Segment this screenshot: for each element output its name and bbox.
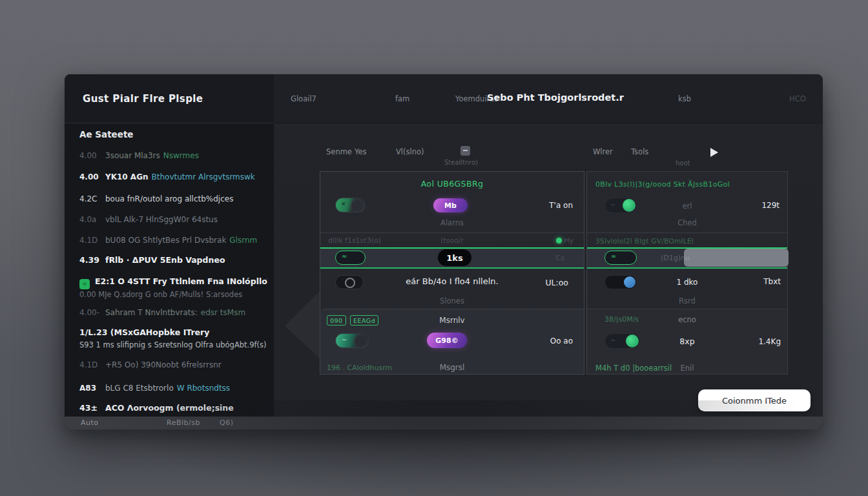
item-subtitle: 0.00 MJe Q.sdorg G onb AF/Mulls! S:arsod… xyxy=(79,289,267,300)
settings-panel-right: 0Blv L3s(l)|3(g/oood Skt ÄJssB1oGol erl … xyxy=(586,171,788,375)
divider xyxy=(587,232,787,233)
row-caption: Rsrd xyxy=(587,296,787,305)
top-navigation: Gloail7 fam Yoemduiras Sebo Pht Tbojgorl… xyxy=(274,74,823,123)
menu-item[interactable]: Wlrer xyxy=(593,147,613,156)
row-label: erl xyxy=(587,202,787,211)
item-time: 4.00 xyxy=(79,150,101,161)
row-value: 129t xyxy=(761,201,780,210)
watermark-triangle xyxy=(285,287,324,362)
nav-item[interactable]: HCO xyxy=(789,94,806,103)
list-item[interactable]: 43± ACO Λorvoogm (ermole;sine xyxy=(79,403,267,413)
item-text: 3souar Mla3rs xyxy=(105,150,160,161)
item-tail: Nswrmes xyxy=(163,150,199,161)
list-item[interactable]: 1/L.23 (MSxGAHopbke ITrery S93 1 ms slif… xyxy=(79,327,267,350)
footer-label: Msgrsl xyxy=(320,363,584,372)
item-text: fRlb · ΔPUV 5Enb Vapdneo xyxy=(105,255,225,265)
row-value: Oo ao xyxy=(550,336,573,346)
list-item[interactable]: 4.39 fRlb · ΔPUV 5Enb Vapdneo xyxy=(79,255,267,265)
sidebar: Gust Pialr Flre Plsple Ae Sateete 4.00 3… xyxy=(65,74,274,417)
list-item[interactable]: 4.2C boua fnR/outol arog allctb%djces xyxy=(79,194,267,204)
item-subtitle: S93 1 ms slifipnig s Ssretsnlog Olfra ub… xyxy=(79,340,267,350)
row-value: 1.4Kg xyxy=(758,337,781,346)
section-header-center: ecno xyxy=(587,315,787,324)
power-toggle[interactable] xyxy=(335,198,366,212)
panel-title: Aol UB6GSBRg xyxy=(320,179,584,189)
row-caption: Slones xyxy=(320,296,584,305)
item-tail: Bthovtutmr Alrsgvtsrmswk xyxy=(152,172,255,182)
item-text: boua fnR/outol arog allctb%djces xyxy=(105,194,233,204)
item-tail: edsr tsMsm xyxy=(201,307,245,318)
toolbar-right-label: hoot xyxy=(676,160,690,167)
item-time: 4.1D xyxy=(79,360,101,370)
row-caption: Ched xyxy=(587,218,787,227)
scrollbar-thumb[interactable] xyxy=(684,249,789,267)
sidebar-header: Gust Pialr Flre Plsple xyxy=(65,74,274,123)
item-time: A83 xyxy=(79,383,101,393)
nav-item[interactable]: Gloail7 xyxy=(291,94,316,103)
nav-item-active[interactable]: Sebo Pht Tbojgorlsrodet.r xyxy=(471,92,639,103)
row-caption: Alarns xyxy=(320,218,584,227)
status-item[interactable]: Q6) xyxy=(220,418,233,427)
item-text: E2:1 O 4STT Fry Ttlnlem Fna INolóplloTSB… xyxy=(95,276,267,287)
item-text: vblL Alk-7 HlnSggW0r 64stus xyxy=(105,214,218,225)
status-item[interactable]: Auto xyxy=(81,418,99,427)
list-item[interactable]: ✳ E2:1 O 4STT Fry Ttlnlem Fna INolóplloT… xyxy=(79,276,267,300)
sidebar-section-label: Ae Sateete xyxy=(79,129,134,140)
list-item[interactable]: 4.00- Sahram T Nnvlntbvrats: edsr tsMsm xyxy=(79,307,267,318)
selected-toggle[interactable] xyxy=(335,251,366,265)
value-pill[interactable]: 1ks xyxy=(438,249,471,266)
panel-subsection: 38/|s0M/s ecno 8xp 1.4Kg M4h T d0 |booea… xyxy=(587,309,787,374)
row-label: eár Bb/4o I flo4 nlleln. xyxy=(320,276,584,286)
item-tail: Glsrnm xyxy=(229,235,257,245)
minimize-box-icon[interactable] xyxy=(460,146,470,156)
mode-pill[interactable]: Mb xyxy=(433,198,468,212)
main-area: Gloail7 fam Yoemduiras Sebo Pht Tbojgorl… xyxy=(274,74,823,417)
list-item[interactable]: 4.00 3souar Mla3rs Nswrmes xyxy=(79,150,267,161)
menu-item[interactable]: Tsols xyxy=(631,147,648,156)
item-tail: W Rbotsndtss xyxy=(177,383,230,393)
row-value: Cs xyxy=(556,254,564,262)
item-time: 4.00 xyxy=(79,172,101,182)
section-header-center: Msrnlv xyxy=(320,316,584,325)
play-icon[interactable] xyxy=(710,148,718,157)
settings-panel-left: Aol UB6GSBRg Mb T'a on Alarns dlllk f1s1… xyxy=(320,171,584,375)
row-value: Tbxt xyxy=(763,277,781,286)
list-item[interactable]: 4.1D +R5 Oo) 390Noobt 6frelsrrsnr xyxy=(79,360,267,370)
item-text: YK10 AGn xyxy=(105,172,149,182)
item-text: bLG C8 Etsbtrorlo xyxy=(105,383,174,393)
row-value: UL:oo xyxy=(545,278,568,287)
confirm-button[interactable]: Coionmm ITede xyxy=(698,389,811,411)
selected-toggle[interactable] xyxy=(604,251,637,265)
item-text: +R5 Oo) 390Noobt 6frelsrrsnr xyxy=(105,360,222,370)
divider xyxy=(320,232,584,233)
teal-toggle[interactable] xyxy=(335,333,369,348)
item-time: 4.00- xyxy=(79,307,101,318)
panel-subsection: 090 EEAGd Msrnlv G98© Oo ao 196 . CAlold… xyxy=(320,309,584,374)
panel-title: 0Blv L3s(l)|3(g/oood Skt ÄJssB1oGol xyxy=(595,180,730,189)
row-label: 1 dko xyxy=(587,278,787,287)
green-badge-icon: ✳ xyxy=(79,279,90,289)
mode-pill[interactable]: G98© xyxy=(427,333,467,348)
highlighted-row[interactable]: 1ks Cs xyxy=(320,247,584,269)
list-item[interactable]: 4.1D bU08 OG ShtlytBes Prl Dvsbrak Glsrn… xyxy=(79,235,267,245)
menu-item[interactable]: Senme xyxy=(326,147,352,156)
list-item[interactable]: 4.0a vblL Alk-7 HlnSggW0r 64stus xyxy=(79,214,267,225)
row-label: 8xp xyxy=(587,336,787,346)
item-text: Sahram T Nnvlntbvrats: xyxy=(105,307,198,318)
menu-item[interactable]: Yes xyxy=(355,147,367,156)
row-value: T'a on xyxy=(549,201,573,210)
nav-item[interactable]: fam xyxy=(395,94,409,103)
item-time: 4.2C xyxy=(79,194,101,204)
section-header: 3Slvlolol2l Blgt GV/BOmlLEl xyxy=(595,237,694,245)
list-item[interactable]: 4.00 YK10 AGn Bthovtutmr Alrsgvtsrmswk xyxy=(79,172,267,182)
item-text: 1/L.23 (MSxGAHopbke ITrery xyxy=(79,327,209,338)
app-window: Gust Pialr Flre Plsple Ae Sateete 4.00 3… xyxy=(65,74,823,429)
list-item[interactable]: A83 bLG C8 Etsbtrorlo W Rbotsndtss xyxy=(79,383,267,393)
item-text: ACO Λorvoogm (ermole;sine xyxy=(105,403,234,413)
status-bar: Auto ReBlb/sb Q6) xyxy=(65,417,823,429)
menu-item[interactable]: Vl(slno) xyxy=(396,147,424,156)
section-header-right: Hy xyxy=(564,236,574,245)
footer-label: Enil xyxy=(587,364,787,373)
nav-item[interactable]: ksb xyxy=(678,94,691,103)
status-item[interactable]: ReBlb/sb xyxy=(167,418,200,427)
